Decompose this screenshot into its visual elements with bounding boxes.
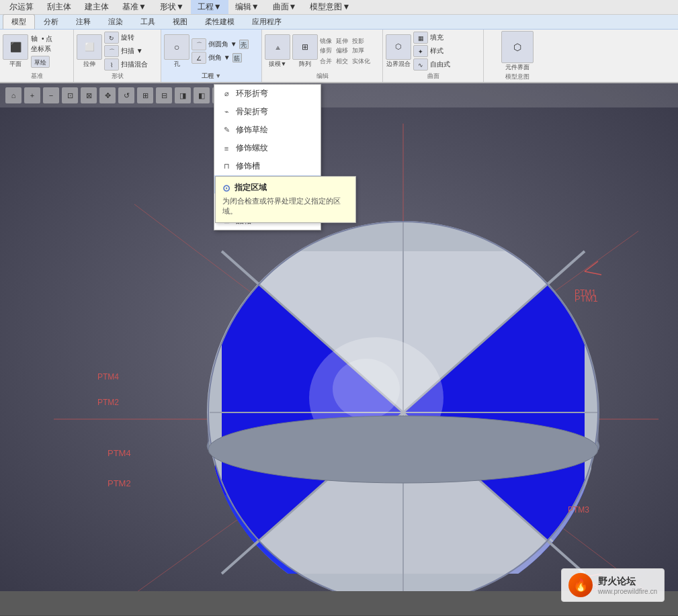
ribbon-tabs: 模型 分析 注释 渲染 工具 视图 柔性建模 应用程序: [0, 15, 678, 30]
btn-fill[interactable]: ▦ 填充: [413, 32, 450, 44]
menu-item-shape[interactable]: 形状▼: [153, 0, 191, 14]
btn-intersect[interactable]: 相交: [336, 57, 348, 66]
skeleton-bend-icon: ⌁: [221, 107, 232, 118]
label-ptm2: PTM2: [97, 398, 119, 407]
btn-offset[interactable]: 偏移: [336, 46, 348, 55]
menu-item-datum[interactable]: 基准▼: [116, 0, 153, 14]
btn-merge[interactable]: 合并: [320, 57, 332, 66]
dropdown-item-decor-thread[interactable]: ≡ 修饰螺纹: [214, 139, 321, 157]
tab-flexible[interactable]: 柔性建模: [196, 14, 243, 29]
btn-chamfer[interactable]: ∠ 倒角 ▼ 筋: [192, 52, 249, 64]
menu-bar: 尔运算 刮主体 建主体 基准▼ 形状▼ 工程▼ 编辑▼ 曲面▼ 模型意图▼: [0, 0, 678, 15]
label-ptm4: PTM4: [97, 372, 119, 382]
watermark-logo: 🔥: [568, 573, 593, 597]
menu-item-build[interactable]: 建主体: [78, 0, 116, 14]
watermark-name: 野火论坛: [598, 576, 657, 588]
btn-rib[interactable]: 筋: [232, 53, 242, 62]
group-engineering-label: 工程 ▼: [164, 72, 259, 81]
label-ptm1: PTM1: [575, 288, 596, 298]
tooltip-description: 为闭合检查或符界处理定义指定的区域。: [222, 196, 349, 217]
btn-sweep[interactable]: ⌒ 扫描 ▼: [104, 45, 148, 57]
group-surface-label: 曲面: [386, 72, 480, 81]
tab-render[interactable]: 渲染: [99, 14, 132, 29]
viewport: ⌂ + − ⊡ ⊠ ✥ ↺ ⊞ ⊟ ◨ ◧ ◫ ◩ ▷ ⏸ ⏹: [0, 83, 678, 615]
group-shape: ⬜ 拉伸 ↻ 旋转 ⌒ 扫描 ▼ ⌇ 扫描混合 形状: [74, 30, 161, 82]
btn-pattern[interactable]: ⊞ 阵列: [292, 34, 318, 69]
menu-item-engineering[interactable]: 工程▼: [191, 0, 228, 14]
3d-canvas: PTM1 PTM4 PTM2 PTM3: [0, 83, 678, 591]
tooltip-title: ⊙ 指定区域: [222, 182, 349, 193]
decor-thread-icon: ≡: [221, 143, 232, 154]
tab-annotation[interactable]: 注释: [67, 14, 99, 29]
tab-apps[interactable]: 应用程序: [243, 14, 290, 29]
vp-btn-window[interactable]: ⊠: [81, 87, 97, 103]
group-datum-label: 基准: [3, 72, 71, 81]
btn-fillet[interactable]: ⌒ 倒圆角 ▼ 壳: [192, 38, 249, 50]
vp-btn-rotate[interactable]: ↺: [118, 87, 134, 103]
btn-extend[interactable]: 延伸: [336, 37, 348, 46]
btn-revolve[interactable]: ↻ 旋转: [104, 32, 148, 44]
group-edit: ⟁ 拔模▼ ⊞ 阵列 镜像 延伸 投影 修剪 偏移 加厚 合并: [262, 30, 383, 82]
dropdown-item-decor-groove[interactable]: ⊓ 修饰槽: [214, 157, 321, 175]
svg-point-45: [333, 359, 400, 419]
btn-point[interactable]: • 点: [42, 34, 52, 44]
vp-btn-home[interactable]: ⌂: [5, 87, 22, 103]
tab-view[interactable]: 视图: [164, 14, 196, 29]
group-engineering: ○ 孔 ⌒ 倒圆角 ▼ 壳 ∠ 倒角 ▼ 筋 工程 ▼: [161, 30, 262, 82]
tab-analysis[interactable]: 分析: [35, 14, 67, 29]
btn-extrude[interactable]: ⬜ 拉伸: [77, 34, 102, 69]
watermark-url: www.proewildfire.cn: [598, 588, 657, 595]
btn-shell[interactable]: 壳: [239, 40, 249, 49]
btn-draft[interactable]: ⟁ 拔模▼: [265, 34, 290, 69]
btn-thicken[interactable]: 加厚: [352, 46, 364, 55]
btn-component[interactable]: ⬡ 元件界面: [501, 31, 534, 72]
watermark-text-block: 野火论坛 www.proewildfire.cn: [598, 576, 657, 595]
menu-item-edit[interactable]: 编辑▼: [228, 0, 266, 14]
svg-text:PTM4: PTM4: [108, 448, 131, 458]
btn-plane[interactable]: ⬛ 平面: [3, 34, 28, 69]
dropdown-item-skeleton-bend[interactable]: ⌁ 骨架折弯: [214, 103, 321, 121]
btn-sweep-blend[interactable]: ⌇ 扫描混合: [104, 58, 148, 71]
dropdown-item-decor-sketch[interactable]: ✎ 修饰草绘: [214, 121, 321, 139]
btn-mirror[interactable]: 镜像: [320, 37, 332, 46]
watermark: 🔥 野火论坛 www.proewildfire.cn: [561, 568, 665, 602]
group-surface: ⬡ 边界混合 ▦ 填充 ✦ 样式 ∿ 自由式 曲面: [383, 30, 484, 82]
btn-hole[interactable]: ○ 孔: [164, 34, 189, 69]
btn-sketch[interactable]: 草绘: [31, 56, 50, 68]
menu-item-model-intent[interactable]: 模型意图▼: [303, 0, 357, 14]
group-model-intent: ⬡ 元件界面 模型意图: [484, 30, 551, 82]
menu-item-solid[interactable]: 刮主体: [40, 0, 78, 14]
menu-item-calc[interactable]: 尔运算: [3, 0, 40, 14]
svg-text:PTM2: PTM2: [108, 478, 131, 488]
label-ptm3: PTM3: [568, 505, 589, 515]
group-datum: ⬛ 平面 轴 • 点 坐标系 草绘 基准: [0, 30, 74, 82]
ring-bend-icon: ⌀: [221, 89, 232, 99]
vp-btn-wire[interactable]: ◧: [194, 87, 210, 103]
vp-btn-fit[interactable]: ⊡: [62, 87, 78, 103]
vp-btn-view1[interactable]: ⊞: [137, 87, 153, 103]
btn-project[interactable]: 投影: [352, 37, 364, 46]
dropdown-item-ring-bend[interactable]: ⌀ 环形折弯: [214, 85, 321, 103]
btn-trim[interactable]: 修剪: [320, 46, 332, 55]
btn-solidify[interactable]: 实体化: [352, 57, 370, 66]
btn-coord[interactable]: 坐标系: [31, 44, 51, 54]
vp-btn-zoom-in[interactable]: +: [24, 87, 40, 103]
btn-freestyle[interactable]: ∿ 自由式: [413, 58, 450, 71]
menu-item-surface[interactable]: 曲面▼: [266, 0, 304, 14]
btn-style[interactable]: ✦ 样式: [413, 45, 450, 57]
group-edit-label: 编辑: [265, 72, 380, 81]
group-shape-label: 形状: [77, 72, 158, 81]
vp-btn-pan[interactable]: ✥: [99, 87, 116, 103]
tab-model[interactable]: 模型: [3, 14, 35, 29]
svg-point-47: [208, 416, 598, 483]
vp-btn-shading[interactable]: ◨: [175, 87, 191, 103]
decor-sketch-icon: ✎: [221, 125, 232, 136]
tooltip-box: ⊙ 指定区域 为闭合检查或符界处理定义指定的区域。: [215, 176, 356, 223]
vp-btn-zoom-out[interactable]: −: [43, 87, 59, 103]
btn-boundary[interactable]: ⬡ 边界混合: [386, 34, 411, 69]
decor-groove-icon: ⊓: [221, 161, 232, 172]
viewport-toolbar: ⌂ + − ⊡ ⊠ ✥ ↺ ⊞ ⊟ ◨ ◧ ◫ ◩ ▷ ⏸ ⏹: [0, 83, 678, 107]
vp-btn-view2[interactable]: ⊟: [156, 87, 172, 103]
tab-tools[interactable]: 工具: [132, 14, 164, 29]
btn-axis[interactable]: 轴: [31, 34, 38, 44]
